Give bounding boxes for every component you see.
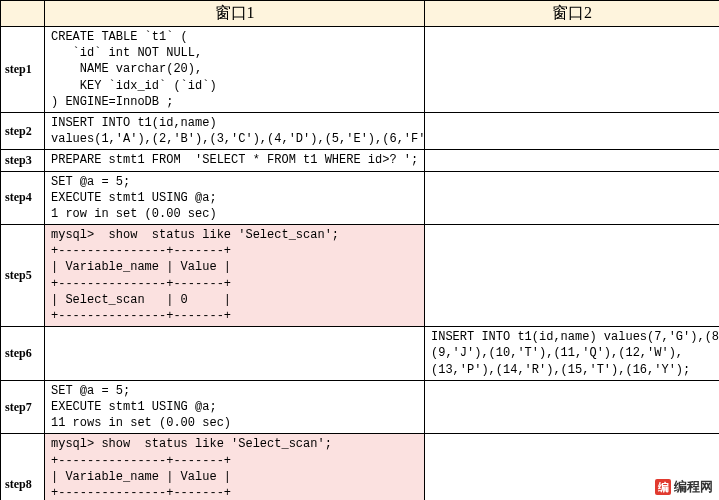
table-row: step5mysql> show status like 'Select_sca… (1, 225, 720, 327)
header-window1: 窗口1 (45, 1, 425, 27)
step-label: step8 (1, 434, 45, 500)
window1-cell (45, 327, 425, 381)
window2-cell (425, 380, 720, 434)
window2-cell (425, 150, 720, 171)
window2-cell (425, 171, 720, 225)
step-label: step7 (1, 380, 45, 434)
window2-cell (425, 225, 720, 327)
table-row: step1CREATE TABLE `t1` ( `id` int NOT NU… (1, 27, 720, 113)
window1-cell: mysql> show status like 'Select_scan'; +… (45, 225, 425, 327)
site-logo: 编 编程网 (655, 478, 713, 496)
window1-cell: SET @a = 5; EXECUTE stmt1 USING @a; 11 r… (45, 380, 425, 434)
window2-cell: INSERT INTO t1(id,name) values(7,'G'),(8… (425, 327, 720, 381)
step-label: step4 (1, 171, 45, 225)
steps-table: 窗口1 窗口2 step1CREATE TABLE `t1` ( `id` in… (0, 0, 719, 500)
table-row: step2INSERT INTO t1(id,name) values(1,'A… (1, 112, 720, 149)
window1-cell: INSERT INTO t1(id,name) values(1,'A'),(2… (45, 112, 425, 149)
window1-cell: CREATE TABLE `t1` ( `id` int NOT NULL, N… (45, 27, 425, 113)
window1-cell: mysql> show status like 'Select_scan'; +… (45, 434, 425, 500)
table-row: step8mysql> show status like 'Select_sca… (1, 434, 720, 500)
table-row: step6INSERT INTO t1(id,name) values(7,'G… (1, 327, 720, 381)
header-window2: 窗口2 (425, 1, 720, 27)
logo-text: 编程网 (674, 478, 713, 496)
table-row: step4SET @a = 5; EXECUTE stmt1 USING @a;… (1, 171, 720, 225)
logo-mark: 编 (655, 479, 671, 495)
header-blank (1, 1, 45, 27)
step-label: step2 (1, 112, 45, 149)
step-label: step3 (1, 150, 45, 171)
window1-cell: SET @a = 5; EXECUTE stmt1 USING @a; 1 ro… (45, 171, 425, 225)
window2-cell (425, 27, 720, 113)
step-label: step5 (1, 225, 45, 327)
window2-cell (425, 112, 720, 149)
step-label: step6 (1, 327, 45, 381)
window1-cell: PREPARE stmt1 FROM 'SELECT * FROM t1 WHE… (45, 150, 425, 171)
step-label: step1 (1, 27, 45, 113)
table-row: step7SET @a = 5; EXECUTE stmt1 USING @a;… (1, 380, 720, 434)
table-row: step3PREPARE stmt1 FROM 'SELECT * FROM t… (1, 150, 720, 171)
